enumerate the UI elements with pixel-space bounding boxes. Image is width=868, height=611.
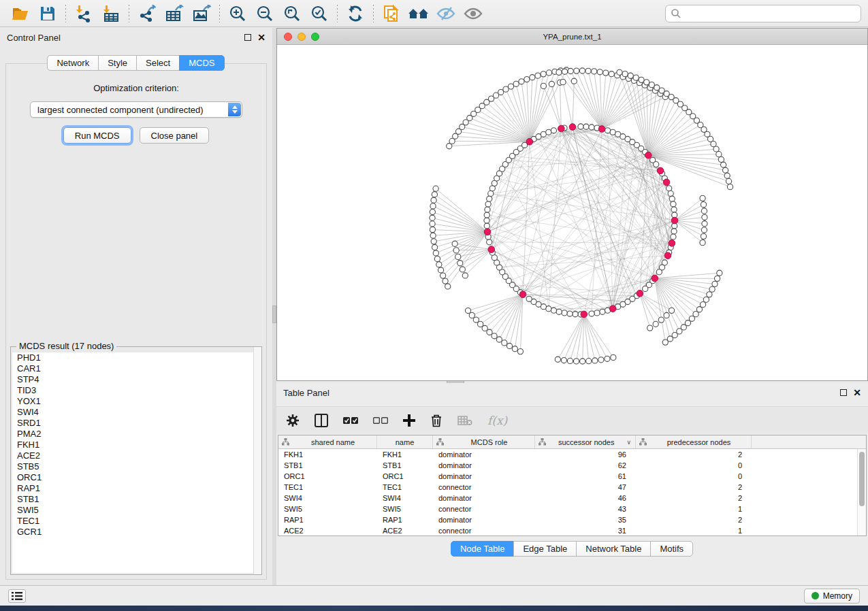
mcds-result-item[interactable]: GCR1 [12, 527, 260, 538]
graph-node[interactable] [485, 207, 490, 212]
graph-leaf-node[interactable] [433, 186, 438, 191]
graph-leaf-node[interactable] [549, 81, 554, 86]
graph-leaf-node[interactable] [478, 321, 483, 327]
graph-leaf-node[interactable] [460, 267, 465, 272]
graph-node[interactable] [488, 191, 494, 196]
graph-leaf-node[interactable] [503, 86, 509, 92]
memory-button[interactable]: Memory [804, 589, 860, 604]
graph-leaf-node[interactable] [667, 336, 673, 342]
graph-leaf-node[interactable] [498, 89, 504, 95]
mcds-list-scrollbar[interactable] [253, 347, 261, 574]
graph-leaf-node[interactable] [617, 69, 622, 75]
graph-leaf-node[interactable] [430, 233, 436, 238]
graph-leaf-node[interactable] [700, 240, 705, 246]
graph-leaf-node[interactable] [431, 239, 436, 244]
graph-node[interactable] [671, 201, 676, 207]
graph-node[interactable] [484, 212, 489, 218]
table-settings-icon[interactable] [286, 414, 300, 427]
table-row[interactable]: FKH1FKH1dominator962 [278, 449, 857, 460]
graph-leaf-node[interactable] [639, 77, 644, 82]
graph-leaf-node[interactable] [541, 71, 546, 77]
graph-leaf-node[interactable] [677, 329, 682, 334]
graph-leaf-node[interactable] [721, 162, 726, 167]
first-neighbors-icon[interactable] [405, 3, 432, 24]
graph-leaf-node[interactable] [702, 214, 707, 220]
mcds-result-item[interactable]: ACE2 [12, 450, 260, 461]
graph-node[interactable] [487, 196, 492, 201]
graph-hub-node[interactable] [664, 252, 671, 259]
graph-leaf-node[interactable] [672, 332, 677, 337]
graph-leaf-node[interactable] [669, 308, 674, 313]
graph-leaf-node[interactable] [658, 317, 664, 323]
graph-node[interactable] [594, 310, 600, 316]
tab-node-table[interactable]: Node Table [451, 541, 515, 557]
graph-leaf-node[interactable] [513, 81, 519, 86]
graph-node[interactable] [605, 128, 610, 133]
graph-leaf-node[interactable] [647, 325, 653, 331]
graph-leaf-node[interactable] [462, 273, 468, 278]
graph-leaf-node[interactable] [430, 203, 436, 209]
graph-node[interactable] [546, 129, 551, 135]
graph-node[interactable] [485, 201, 491, 207]
graph-leaf-node[interactable] [457, 261, 463, 266]
graph-leaf-node[interactable] [430, 215, 435, 220]
tab-motifs[interactable]: Motifs [650, 541, 693, 557]
graph-hub-node[interactable] [645, 152, 652, 159]
mcds-result-item[interactable]: TEC1 [12, 516, 260, 527]
graph-leaf-node[interactable] [716, 152, 722, 157]
mcds-result-item[interactable]: RAP1 [12, 483, 260, 494]
table-row[interactable]: ACE2ACE2connector311 [278, 525, 857, 535]
graph-hub-node[interactable] [657, 167, 664, 174]
graph-leaf-node[interactable] [681, 325, 686, 330]
graph-leaf-node[interactable] [440, 273, 446, 278]
mcds-result-item[interactable]: SRD1 [12, 418, 260, 429]
graph-leaf-node[interactable] [524, 76, 530, 82]
graph-leaf-node[interactable] [512, 346, 517, 352]
graph-leaf-node[interactable] [702, 221, 707, 227]
graph-leaf-node[interactable] [492, 333, 497, 339]
export-table-icon[interactable] [161, 3, 188, 24]
export-network-icon[interactable] [133, 3, 161, 24]
graph-leaf-node[interactable] [724, 173, 730, 178]
graph-node[interactable] [671, 234, 676, 240]
graph-leaf-node[interactable] [653, 321, 658, 327]
graph-leaf-node[interactable] [530, 75, 535, 80]
graph-leaf-node[interactable] [432, 192, 437, 197]
graph-node[interactable] [668, 191, 673, 196]
graph-leaf-node[interactable] [455, 254, 461, 259]
refresh-layout-icon[interactable] [342, 3, 369, 24]
table-row[interactable]: ORC1ORC1dominator610 [278, 471, 857, 482]
graph-node[interactable] [578, 124, 583, 129]
graph-hub-node[interactable] [526, 138, 533, 145]
zoom-out-icon[interactable] [251, 3, 278, 24]
graph-leaf-node[interactable] [487, 329, 492, 335]
graph-leaf-node[interactable] [502, 340, 507, 346]
graph-leaf-node[interactable] [443, 278, 448, 284]
graph-node[interactable] [526, 296, 532, 301]
graph-leaf-node[interactable] [432, 244, 437, 250]
function-builder-icon[interactable]: f(x) [487, 414, 507, 427]
graph-node[interactable] [669, 196, 675, 201]
delete-table-icon[interactable] [457, 415, 472, 426]
graph-leaf-node[interactable] [431, 197, 436, 203]
graph-hub-node[interactable] [488, 246, 495, 253]
zoom-in-icon[interactable] [224, 3, 251, 24]
graph-hub-node[interactable] [637, 290, 643, 297]
graph-node[interactable] [654, 161, 659, 167]
graph-leaf-node[interactable] [718, 156, 724, 162]
graph-node[interactable] [484, 223, 489, 229]
graph-leaf-node[interactable] [430, 227, 435, 232]
add-column-icon[interactable] [403, 414, 415, 427]
graph-leaf-node[interactable] [571, 78, 577, 84]
graph-node[interactable] [551, 128, 556, 133]
graph-node[interactable] [562, 310, 567, 316]
graph-leaf-node[interactable] [597, 69, 602, 75]
graph-hub-node[interactable] [598, 126, 605, 133]
graph-leaf-node[interactable] [586, 359, 592, 364]
graph-node[interactable] [583, 124, 589, 129]
graph-leaf-node[interactable] [693, 312, 698, 317]
mcds-result-item[interactable]: SWI5 [12, 505, 260, 516]
mcds-result-item[interactable]: STP4 [12, 374, 260, 385]
graph-hub-node[interactable] [484, 229, 491, 235]
graph-leaf-node[interactable] [453, 248, 459, 253]
